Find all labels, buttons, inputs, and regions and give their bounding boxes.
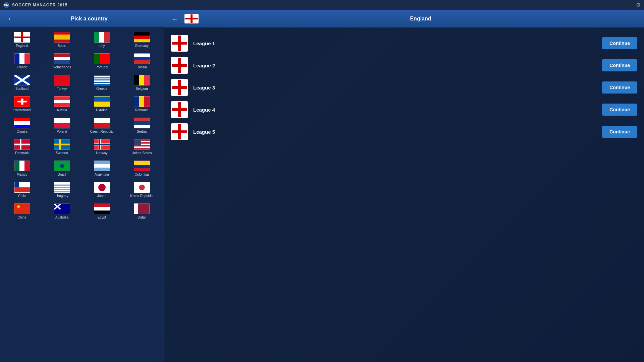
continue-button-league-3[interactable]: Continue: [602, 81, 637, 94]
country-item-switzerland[interactable]: Switzerland: [3, 94, 41, 114]
country-item-belgium[interactable]: Belgium: [122, 73, 161, 93]
svg-rect-62: [172, 102, 187, 117]
country-item-argentina[interactable]: Argentina: [83, 159, 121, 179]
flag-france: [14, 53, 30, 64]
country-name-italy: Italy: [99, 44, 105, 48]
league-flag-1: [171, 35, 188, 52]
country-item-germany[interactable]: Germany: [122, 30, 161, 50]
country-item-australia[interactable]: Australia: [43, 201, 81, 222]
leagues-list: League 1 Continue League 2 Continue Leag…: [164, 27, 644, 147]
flag-scotland: [14, 75, 30, 85]
svg-rect-2: [14, 37, 30, 38]
country-item-croatia[interactable]: Croatia: [3, 116, 41, 136]
country-item-brazil[interactable]: Brazil: [43, 159, 81, 179]
league-row-5: League 5 Continue: [171, 121, 637, 142]
country-item-egypt[interactable]: Egypt: [83, 201, 121, 222]
flag-mexico: [14, 161, 30, 171]
country-item-austria[interactable]: Austria: [43, 94, 81, 114]
flag-uruguay: [54, 182, 70, 193]
flag-turkey: [54, 75, 70, 85]
league-name-5: League 5: [193, 129, 597, 135]
flag-sweden: [54, 139, 70, 150]
title-bar-left: SM SOCCER MANAGER 2015: [3, 2, 68, 8]
svg-text:★: ★: [16, 204, 20, 209]
country-item-chile[interactable]: Chile: [3, 180, 41, 200]
country-name-uruguay: Uruguay: [56, 194, 68, 198]
country-item-england[interactable]: England: [3, 30, 41, 50]
country-item-romania[interactable]: Romania: [122, 94, 161, 114]
country-item-spain[interactable]: Spain: [43, 30, 81, 50]
country-name-croatia: Croatia: [16, 130, 27, 134]
country-item-turkey[interactable]: Turkey: [43, 73, 81, 93]
league-name-4: League 4: [193, 107, 597, 113]
country-item-portugal[interactable]: Portugal: [83, 51, 121, 71]
continue-button-league-4[interactable]: Continue: [602, 104, 637, 116]
svg-rect-19: [54, 144, 70, 145]
flag-korea: [134, 182, 150, 193]
svg-rect-67: [172, 131, 187, 133]
country-item-poland[interactable]: Poland: [43, 116, 81, 136]
country-name-denmark: Denmark: [15, 151, 29, 155]
svg-rect-55: [172, 42, 187, 44]
country-name-australia: Australia: [55, 216, 68, 220]
svg-rect-30: [134, 146, 150, 148]
left-panel-title: Pick a country: [20, 16, 158, 22]
country-item-italy[interactable]: Italy: [83, 30, 121, 50]
svg-rect-32: [134, 139, 141, 145]
country-name-ukraine: Ukraine: [96, 108, 107, 112]
right-panel: ← England League 1 Continue League 2 Con…: [164, 10, 644, 362]
flag-chile: [14, 182, 30, 193]
country-item-korea[interactable]: Korea Republic: [122, 180, 161, 200]
country-item-france[interactable]: France: [3, 51, 41, 71]
country-item-uruguay[interactable]: Uruguay: [43, 180, 81, 200]
country-name-norway: Norway: [96, 151, 108, 155]
league-name-2: League 2: [193, 63, 597, 68]
continue-button-league-5[interactable]: Continue: [602, 126, 637, 138]
country-item-serbia[interactable]: Serbia: [122, 116, 161, 136]
continue-button-league-1[interactable]: Continue: [602, 37, 637, 49]
country-name-belgium: Belgium: [136, 87, 148, 91]
country-name-qatar: Qatar: [138, 216, 146, 220]
country-item-qatar[interactable]: Qatar: [122, 201, 161, 222]
svg-rect-66: [178, 124, 180, 139]
country-item-greece[interactable]: Greece: [83, 73, 121, 93]
league-flag-4: [171, 101, 188, 118]
country-item-china[interactable]: ★ China: [3, 201, 41, 222]
country-item-ukraine[interactable]: Ukraine: [83, 94, 121, 114]
flag-serbia: [134, 118, 150, 128]
flag-ukraine: [94, 96, 110, 107]
svg-point-45: [98, 184, 106, 191]
country-item-japan[interactable]: Japan: [83, 180, 121, 200]
country-item-netherlands[interactable]: Netherlands: [43, 51, 81, 71]
left-back-button[interactable]: ←: [5, 14, 16, 23]
country-item-czech[interactable]: Czech Republic: [83, 116, 121, 136]
country-name-usa: United States: [131, 151, 152, 155]
continue-button-league-2[interactable]: Continue: [602, 59, 637, 71]
country-item-usa[interactable]: United States: [122, 137, 161, 157]
country-name-serbia: Serbia: [137, 130, 147, 134]
country-item-norway[interactable]: Norway: [83, 137, 121, 157]
country-item-sweden[interactable]: Sweden: [43, 137, 81, 157]
country-item-mexico[interactable]: Mexico: [3, 159, 41, 179]
country-item-colombia[interactable]: Colombia: [122, 159, 161, 179]
country-name-poland: Poland: [57, 130, 67, 134]
svg-rect-31: [134, 148, 150, 149]
svg-rect-60: [178, 80, 180, 95]
svg-rect-10: [17, 101, 27, 103]
country-item-russia[interactable]: Russia: [122, 51, 161, 71]
svg-point-47: [139, 184, 145, 190]
country-item-scotland[interactable]: Scotland: [3, 73, 41, 93]
flag-norway: [94, 139, 110, 150]
right-back-button[interactable]: ←: [170, 14, 180, 23]
flag-russia: [134, 53, 150, 64]
svg-rect-16: [14, 144, 30, 145]
settings-icon[interactable]: ⚙: [636, 2, 641, 8]
right-panel-title: England: [203, 16, 639, 22]
svg-rect-38: [14, 182, 19, 187]
league-row-1: League 1 Continue: [171, 33, 637, 54]
country-item-denmark[interactable]: Denmark: [3, 137, 41, 157]
country-name-japan: Japan: [97, 194, 106, 198]
country-name-russia: Russia: [137, 65, 147, 69]
england-flag-header: [184, 14, 199, 23]
flag-germany: [134, 32, 150, 43]
